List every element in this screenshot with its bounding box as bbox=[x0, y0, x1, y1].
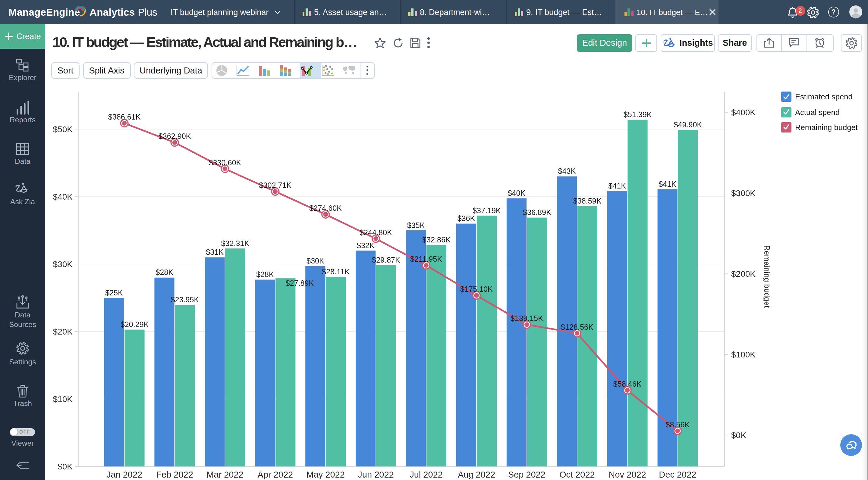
svg-text:$37.19K: $37.19K bbox=[472, 206, 501, 215]
svg-text:$36.89K: $36.89K bbox=[523, 208, 551, 216]
svg-text:May 2022: May 2022 bbox=[307, 470, 345, 479]
svg-text:$25K: $25K bbox=[105, 288, 123, 297]
svg-text:Remaining budget: Remaining budget bbox=[763, 245, 771, 308]
svg-text:$32.86K: $32.86K bbox=[422, 236, 451, 244]
svg-text:Jan 2022: Jan 2022 bbox=[106, 470, 142, 479]
svg-text:$0K: $0K bbox=[731, 431, 746, 440]
svg-text:$49.90K: $49.90K bbox=[674, 121, 702, 129]
svg-text:Oct 2022: Oct 2022 bbox=[559, 470, 595, 479]
svg-text:$20.29K: $20.29K bbox=[121, 320, 149, 329]
svg-text:Nov 2022: Nov 2022 bbox=[609, 470, 646, 479]
svg-text:$0K: $0K bbox=[58, 462, 73, 471]
svg-text:$330.60K: $330.60K bbox=[209, 159, 241, 167]
svg-text:$23.95K: $23.95K bbox=[170, 296, 199, 304]
svg-text:$128.56K: $128.56K bbox=[561, 323, 593, 331]
svg-text:$244.80K: $244.80K bbox=[360, 228, 392, 237]
svg-text:$31K: $31K bbox=[206, 248, 224, 256]
svg-text:$28K: $28K bbox=[256, 270, 274, 279]
svg-text:$50K: $50K bbox=[53, 125, 73, 134]
svg-text:$386.61K: $386.61K bbox=[108, 113, 141, 121]
svg-text:$40K: $40K bbox=[508, 189, 526, 197]
svg-text:$211.95K: $211.95K bbox=[410, 255, 442, 263]
svg-text:Jun 2022: Jun 2022 bbox=[358, 470, 394, 479]
svg-text:$274.60K: $274.60K bbox=[309, 204, 342, 212]
svg-text:$41K: $41K bbox=[658, 180, 676, 188]
svg-text:$362.90K: $362.90K bbox=[158, 132, 191, 140]
svg-text:$43K: $43K bbox=[558, 167, 576, 175]
svg-text:$100K: $100K bbox=[731, 350, 755, 359]
svg-text:$27.89K: $27.89K bbox=[285, 279, 314, 287]
svg-text:$58.46K: $58.46K bbox=[613, 380, 642, 388]
svg-text:Mar 2022: Mar 2022 bbox=[207, 470, 244, 479]
svg-text:$40K: $40K bbox=[53, 192, 73, 201]
svg-text:$175.10K: $175.10K bbox=[460, 285, 493, 293]
svg-text:Dec 2022: Dec 2022 bbox=[659, 470, 696, 479]
svg-text:Aug 2022: Aug 2022 bbox=[458, 470, 495, 479]
svg-text:$200K: $200K bbox=[731, 269, 755, 279]
svg-text:$38.59K: $38.59K bbox=[573, 197, 601, 205]
svg-text:$30K: $30K bbox=[53, 260, 73, 269]
svg-text:Sep 2022: Sep 2022 bbox=[508, 470, 546, 479]
svg-text:Apr 2022: Apr 2022 bbox=[258, 470, 293, 479]
svg-text:Jul 2022: Jul 2022 bbox=[410, 470, 443, 479]
svg-text:$28K: $28K bbox=[156, 268, 173, 276]
svg-text:$35K: $35K bbox=[407, 221, 425, 230]
svg-text:$302.71K: $302.71K bbox=[259, 181, 291, 190]
svg-text:$30K: $30K bbox=[307, 256, 324, 265]
svg-text:$36K: $36K bbox=[458, 214, 475, 222]
svg-text:$300K: $300K bbox=[731, 188, 755, 198]
svg-text:Feb 2022: Feb 2022 bbox=[156, 470, 193, 479]
svg-text:$139.15K: $139.15K bbox=[510, 314, 543, 322]
svg-text:$28.11K: $28.11K bbox=[322, 267, 350, 276]
svg-text:$8.56K: $8.56K bbox=[665, 420, 689, 429]
svg-text:$41K: $41K bbox=[608, 181, 626, 190]
svg-text:$51.39K: $51.39K bbox=[624, 110, 652, 118]
svg-text:$400K: $400K bbox=[731, 108, 755, 117]
svg-text:$10K: $10K bbox=[53, 395, 73, 404]
svg-text:$32.31K: $32.31K bbox=[221, 239, 249, 247]
svg-text:$20K: $20K bbox=[53, 327, 73, 336]
svg-text:$32K: $32K bbox=[357, 241, 375, 250]
svg-text:$29.87K: $29.87K bbox=[372, 256, 400, 264]
